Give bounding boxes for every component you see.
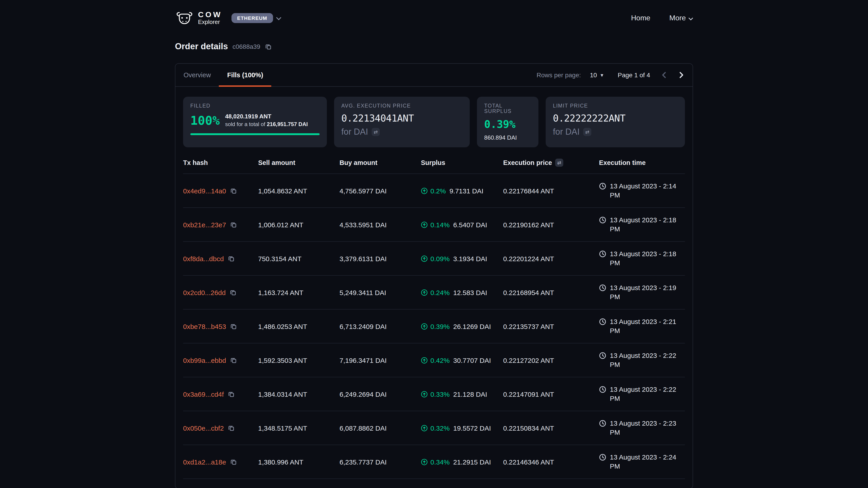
col-surplus: Surplus [421, 159, 503, 166]
card-filled: FILLED 100% 48,020.1919 ANT sold for a t… [183, 97, 327, 147]
surplus-amount: 30.7707 DAI [453, 356, 491, 364]
surplus-amount: 9.7131 DAI [450, 187, 483, 195]
col-execution-time: Execution time [599, 159, 685, 166]
clock-icon [599, 183, 606, 191]
network-badge[interactable]: ETHEREUM [231, 13, 273, 23]
clock-icon [599, 352, 606, 361]
execution-time: 13 August 2023 - 2:18 PM [599, 216, 693, 234]
brand-logo[interactable]: COW Explorer [175, 11, 222, 25]
execution-price: 0.22150834 ANT [503, 424, 599, 432]
tx-hash-link[interactable]: 0x2cd0...26dd [183, 289, 226, 296]
table-controls: Rows per page: 10 ▼ Page 1 of 4 [537, 71, 685, 79]
next-page-button[interactable] [677, 71, 685, 79]
table-row: 0x3a69...cd4f 1,384.0314 ANT 6,249.2694 … [183, 377, 685, 411]
execution-time: 13 August 2023 - 2:24 PM [599, 453, 693, 471]
copy-tx-hash-icon[interactable] [230, 187, 237, 194]
tx-hash-link[interactable]: 0x3a69...cd4f [183, 390, 224, 398]
tx-hash-link[interactable]: 0xbe78...b453 [183, 322, 226, 330]
tx-hash-link[interactable]: 0xd1a2...a18e [183, 458, 226, 466]
brand-subtitle: Explorer [198, 19, 222, 25]
surplus-amount: 860.894 DAI [484, 134, 531, 141]
copy-tx-hash-icon[interactable] [230, 357, 237, 363]
copy-tx-hash-icon[interactable] [230, 289, 237, 296]
col-buy-amount: Buy amount [340, 159, 421, 166]
nav-home[interactable]: Home [631, 14, 650, 22]
sell-amount: 1,054.8632 ANT [258, 187, 340, 195]
arrow-up-circle-icon [421, 357, 428, 363]
arrow-up-circle-icon [421, 289, 428, 296]
limit-price-value: 0.22222222ANT [553, 113, 678, 124]
col-tx-hash: Tx hash [183, 159, 258, 166]
chevron-down-icon [688, 14, 693, 22]
tab-overview[interactable]: Overview [176, 64, 219, 86]
caret-down-icon: ▼ [600, 72, 604, 77]
sell-amount: 1,348.5175 ANT [258, 424, 340, 432]
invert-price-icon[interactable]: ⇄ [372, 128, 380, 136]
execution-time: 13 August 2023 - 2:23 PM [599, 419, 693, 437]
buy-amount: 4,756.5977 DAI [340, 187, 421, 195]
execution-price: 0.22168954 ANT [503, 289, 599, 296]
buy-amount: 6,235.7737 DAI [340, 458, 421, 466]
rows-per-page-label: Rows per page: [537, 71, 581, 78]
buy-amount: 7,196.3471 DAI [340, 356, 421, 364]
page-indicator: Page 1 of 4 [618, 71, 650, 78]
invert-price-column-icon[interactable]: ⇄ [555, 159, 563, 167]
previous-page-button[interactable] [660, 71, 668, 79]
buy-amount: 3,379.6131 DAI [340, 255, 421, 262]
copy-tx-hash-icon[interactable] [230, 458, 237, 465]
page-title: Order details [175, 41, 228, 52]
main-nav: Home More [631, 14, 693, 22]
table-row: 0xb99a...ebbd 1,592.3503 ANT 7,196.3471 … [183, 343, 685, 377]
tx-hash-link[interactable]: 0xb99a...ebbd [183, 356, 226, 364]
surplus-amount: 3.1934 DAI [453, 255, 487, 262]
copy-order-id-icon[interactable] [265, 43, 272, 50]
tx-hash-link[interactable]: 0x4ed9...14a0 [183, 187, 226, 195]
surplus-amount: 6.5407 DAI [453, 221, 487, 228]
surplus-cell: 0.2% 9.7131 DAI [421, 187, 503, 195]
tx-hash-link[interactable]: 0x050e...cbf2 [183, 424, 224, 432]
nav-more[interactable]: More [669, 14, 693, 22]
network-selector[interactable]: ETHEREUM [231, 13, 281, 23]
table-row: 0x050e...cbf2 1,348.5175 ANT 6,087.8862 … [183, 411, 685, 445]
copy-tx-hash-icon[interactable] [228, 424, 235, 431]
tx-hash-link[interactable]: 0xf8da...dbcd [183, 255, 224, 262]
execution-price: 0.22190162 ANT [503, 221, 599, 228]
card-total-surplus: TOTAL SURPLUS 0.39% 860.894 DAI [477, 97, 538, 147]
avg-price-quote: for DAI [341, 127, 368, 137]
clock-icon [599, 386, 606, 394]
order-panel: Overview Fills (100%) Rows per page: 10 … [175, 63, 693, 488]
avg-price-value: 0.22134041ANT [341, 113, 463, 124]
surplus-cell: 0.33% 21.128 DAI [421, 390, 503, 398]
copy-tx-hash-icon[interactable] [228, 391, 235, 397]
surplus-amount: 21.2915 DAI [453, 458, 491, 466]
surplus-percent: 0.39% [484, 119, 531, 130]
cow-logo-icon [175, 11, 194, 25]
arrow-up-circle-icon [421, 221, 428, 228]
sell-amount: 1,380.996 ANT [258, 458, 340, 466]
surplus-cell: 0.42% 30.7707 DAI [421, 356, 503, 364]
table-row: 0xb21e...23e7 1,006.012 ANT 4,533.5951 D… [183, 207, 685, 241]
execution-time: 13 August 2023 - 2:18 PM [599, 250, 693, 268]
card-limit-price: LIMIT PRICE 0.22222222ANT for DAI ⇄ [546, 97, 685, 147]
buy-amount: 6,713.2409 DAI [340, 322, 421, 330]
execution-time: 13 August 2023 - 2:21 PM [599, 317, 693, 335]
sell-amount: 1,006.012 ANT [258, 221, 340, 228]
copy-tx-hash-icon[interactable] [230, 221, 237, 228]
surplus-amount: 12.583 DAI [453, 289, 487, 296]
copy-tx-hash-icon[interactable] [228, 255, 235, 262]
rows-per-page-select[interactable]: 10 ▼ [587, 71, 607, 79]
invert-price-icon[interactable]: ⇄ [583, 128, 591, 136]
surplus-percent: 0.14% [430, 221, 450, 228]
site-header: COW Explorer ETHEREUM Home More [0, 0, 868, 29]
page-title-row: Order details c0688a39 [175, 41, 693, 52]
surplus-percent: 0.34% [430, 458, 450, 466]
execution-time: 13 August 2023 - 2:19 PM [599, 283, 693, 302]
tab-fills[interactable]: Fills (100%) [219, 64, 272, 86]
tx-hash-link[interactable]: 0xb21e...23e7 [183, 221, 226, 228]
surplus-cell: 0.09% 3.1934 DAI [421, 255, 503, 262]
filled-amount: 48,020.1919 ANT [225, 113, 308, 120]
sell-amount: 750.3154 ANT [258, 255, 340, 262]
copy-tx-hash-icon[interactable] [230, 323, 237, 330]
execution-price: 0.22135737 ANT [503, 322, 599, 330]
main-content: Order details c0688a39 Overview Fills (1… [175, 41, 693, 488]
